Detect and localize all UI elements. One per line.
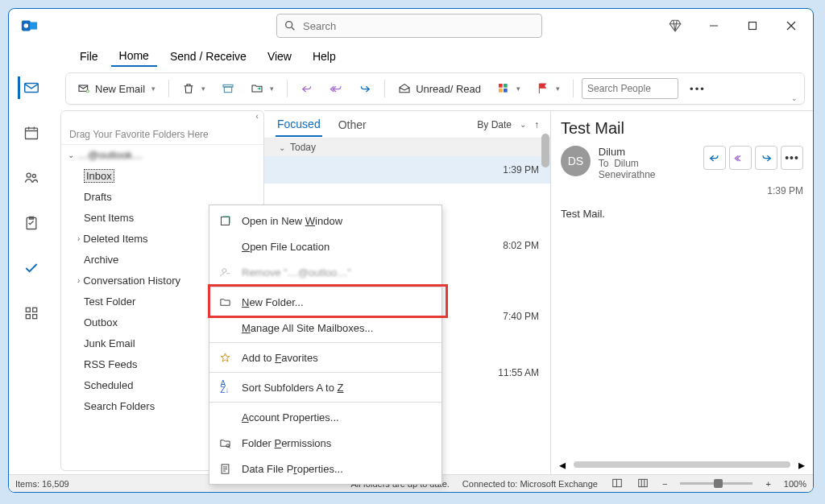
group-header-today[interactable]: ⌄Today [264,138,550,156]
svg-point-2 [286,22,292,28]
menubar: File Home Send / Receive View Help [9,43,813,70]
svg-rect-19 [33,315,37,319]
ribbon-more-button[interactable]: ••• [685,81,711,97]
ctx-open-new-window[interactable]: Open in New Window [209,208,442,233]
separator [209,342,442,343]
ctx-folder-permissions[interactable]: Folder Permissions [209,430,442,456]
view-normal-icon[interactable] [611,477,624,490]
folder-label: Inbox [84,169,114,183]
categories-icon [497,82,510,95]
rail-tasks-icon[interactable] [20,212,43,234]
svg-rect-17 [33,308,37,312]
ctx-label: Manage All Site Mailboxes... [242,322,373,334]
flag-button[interactable]: ▾ [532,80,565,97]
status-item-count: Items: 16,509 [15,479,69,489]
separator [287,80,288,97]
zoom-level: 100% [784,479,806,489]
ctx-label: Add to Favorites [242,352,318,364]
rail-mail-icon[interactable] [18,76,40,99]
rail-todo-icon[interactable] [20,257,43,279]
ctx-add-to-favorites[interactable]: Add to Favorites [209,345,442,370]
ctx-account-properties[interactable]: Account Properties... [209,404,442,430]
svg-rect-5 [749,23,757,30]
separator [573,80,574,97]
svg-rect-26 [499,89,503,93]
ctx-remove: Remove "…@outloo…" [209,259,442,285]
rail-more-apps-icon[interactable] [20,302,43,324]
maximize-button[interactable] [744,17,761,35]
tab-focused[interactable]: Focused [276,113,322,137]
ribbon-container: New Email ▾ ▾ ▾ Unread/ Read ▾ ▾ ••• ⌄ [9,70,813,107]
ctx-label: Account Properties... [242,411,339,423]
folder-search-icon [218,437,232,449]
forward-icon [359,82,371,95]
minimize-button[interactable] [705,17,723,35]
forward-button[interactable] [755,146,777,170]
folder-inbox[interactable]: Inbox [61,165,263,186]
message-row[interactable]: 1:39 PM [264,156,550,184]
move-button[interactable]: ▾ [246,80,279,97]
star-icon [218,352,232,364]
reply-button[interactable] [703,146,726,170]
scrollbar-thumb[interactable] [541,134,549,167]
menu-sendreceive[interactable]: Send / Receive [162,47,255,66]
menu-file[interactable]: File [72,47,106,66]
zoom-in-button[interactable]: + [765,479,770,489]
tab-other[interactable]: Other [337,114,368,136]
folder-context-menu: Open in New Window Open File Location Re… [209,204,442,485]
separator [209,372,442,373]
view-reading-icon[interactable] [636,477,649,490]
new-window-icon [218,215,232,227]
search-people-input[interactable] [582,78,678,99]
forward-button[interactable] [354,80,376,97]
global-search[interactable] [276,14,542,38]
ctx-open-file-location[interactable]: Open File Location [209,233,442,259]
premium-icon[interactable] [666,17,684,35]
folder-label: Drafts [84,191,112,203]
to-label: To [599,158,609,169]
zoom-out-button[interactable]: − [662,479,667,489]
reply-all-button[interactable] [729,146,752,170]
ctx-new-folder[interactable]: New Folder... [209,289,442,315]
trash-icon [182,82,195,95]
new-email-label: New Email [95,83,145,95]
categories-button[interactable]: ▾ [492,80,525,97]
ctx-data-file-properties[interactable]: Data File Properties... [209,456,442,481]
more-actions-button[interactable]: ••• [781,146,803,170]
ctx-sort-subfolders[interactable]: AZ↓Sort Subfolders A to Z [209,374,442,400]
close-button[interactable] [782,17,800,35]
menu-home[interactable]: Home [111,46,157,67]
delete-button[interactable]: ▾ [177,80,210,97]
sort-control[interactable]: By Date⌄↑ [477,119,539,130]
message-time: 1:39 PM [561,185,803,196]
svg-rect-9 [26,128,38,138]
global-search-input[interactable] [303,20,535,32]
rail-calendar-icon[interactable] [20,122,43,144]
ctx-label: Sort Subfolders A to Z [242,382,343,394]
folder-label: Junk Email [84,337,135,349]
svg-rect-23 [224,87,231,93]
menu-help[interactable]: Help [305,47,344,66]
folder-label: Test Folder [84,295,135,308]
ctx-manage-site-mailboxes[interactable]: Manage All Site Mailboxes... [209,315,442,341]
titlebar-controls [666,17,806,35]
svg-rect-24 [499,84,503,88]
zoom-slider[interactable] [680,482,752,485]
collapse-folder-pane-icon[interactable]: ‹ [61,111,263,126]
svg-rect-25 [504,84,508,88]
reply-button[interactable] [296,80,318,97]
envelope-open-icon [398,82,411,95]
new-email-button[interactable]: New Email ▾ [73,80,160,97]
unread-read-button[interactable]: Unread/ Read [393,80,486,97]
ribbon-collapse-icon[interactable]: ⌄ [791,94,798,104]
archive-button[interactable] [217,80,239,97]
account-header[interactable]: ⌄…@outlook… [61,145,263,165]
horizontal-scrollbar[interactable]: ◂▸ [559,460,805,469]
chevron-down-icon: ⌄ [279,143,285,152]
reply-all-button[interactable] [325,80,347,97]
search-icon [284,19,296,32]
menu-view[interactable]: View [259,47,300,66]
chevron-down-icon: ⌄ [68,151,74,159]
titlebar [9,9,813,43]
rail-people-icon[interactable] [20,167,43,189]
